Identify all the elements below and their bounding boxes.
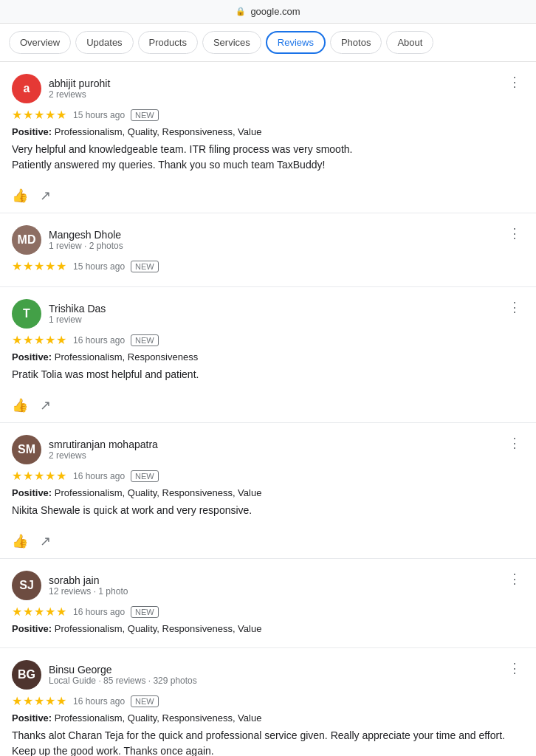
review-text: Thanks alot Charan Teja for the quick an… [12, 728, 524, 756]
more-options-button[interactable]: ⋮ [505, 660, 524, 676]
reviewer-info: sorabh jain 12 reviews · 1 photo [49, 574, 128, 597]
reviewer-meta: 12 reviews · 1 photo [49, 586, 128, 597]
reviewer-info-left: BG Binsu George Local Guide · 85 reviews… [12, 660, 197, 690]
star-rating: ★★★★★ [12, 259, 67, 273]
like-button[interactable]: 👍 [12, 188, 28, 204]
more-options-button[interactable]: ⋮ [505, 571, 524, 587]
more-options-button[interactable]: ⋮ [505, 299, 524, 315]
positive-label: Positive: [12, 623, 52, 634]
reviewer-meta: 2 reviews [49, 450, 158, 461]
review-text: Very helpful and knowledgeable team. ITR… [12, 142, 524, 173]
new-badge: NEW [131, 695, 159, 707]
reviewer-info: Trishika Das 1 review [49, 303, 106, 325]
review-header: SJ sorabh jain 12 reviews · 1 photo ⋮ [12, 571, 524, 600]
star-rating: ★★★★★ [12, 108, 67, 122]
review-rating-row: ★★★★★ 15 hours ago NEW [12, 108, 524, 122]
avatar: MD [12, 225, 41, 255]
reviewer-name: Binsu George [49, 664, 197, 676]
reviews-list: a abhijit purohit 2 reviews ⋮ ★★★★★ 15 h… [0, 62, 536, 756]
positive-values: Professionalism, Responsiveness [52, 351, 198, 362]
review-card: SM smrutiranjan mohapatra 2 reviews ⋮ ★★… [0, 423, 536, 559]
new-badge: NEW [131, 470, 159, 482]
review-rating-row: ★★★★★ 16 hours ago NEW [12, 469, 524, 483]
review-time: 15 hours ago [73, 261, 125, 272]
review-rating-row: ★★★★★ 16 hours ago NEW [12, 694, 524, 708]
tab-overview[interactable]: Overview [9, 31, 71, 54]
lock-icon: 🔒 [236, 7, 246, 16]
positive-values: Professionalism, Quality, Responsiveness… [52, 623, 261, 634]
review-time: 15 hours ago [73, 110, 125, 120]
reviewer-meta: 2 reviews [49, 89, 110, 100]
share-button[interactable]: ↗ [40, 188, 51, 204]
review-card: a abhijit purohit 2 reviews ⋮ ★★★★★ 15 h… [0, 62, 536, 213]
positive-values: Professionalism, Quality, Responsiveness… [52, 126, 261, 137]
tab-services[interactable]: Services [202, 31, 261, 54]
browser-bar: 🔒 google.com [0, 0, 536, 24]
positive-attributes: Positive: Professionalism, Quality, Resp… [12, 712, 524, 724]
like-button[interactable]: 👍 [12, 533, 28, 549]
share-icon: ↗ [40, 397, 51, 413]
reviewer-meta: 1 review [49, 315, 106, 325]
more-options-button[interactable]: ⋮ [505, 225, 524, 241]
new-badge: NEW [131, 334, 159, 346]
tab-updates[interactable]: Updates [75, 31, 133, 54]
star-rating: ★★★★★ [12, 694, 67, 708]
share-icon: ↗ [40, 533, 51, 549]
star-rating: ★★★★★ [12, 469, 67, 483]
review-text: Nikita Shewale is quick at work and very… [12, 503, 524, 518]
avatar: BG [12, 660, 41, 690]
reviewer-meta: 1 review · 2 photos [49, 241, 123, 251]
review-time: 16 hours ago [73, 471, 125, 481]
tab-about[interactable]: About [386, 31, 433, 54]
review-header: BG Binsu George Local Guide · 85 reviews… [12, 660, 524, 690]
review-time: 16 hours ago [73, 696, 125, 707]
reviewer-info: abhijit purohit 2 reviews [49, 78, 110, 100]
positive-label: Positive: [12, 126, 52, 137]
avatar: T [12, 299, 41, 329]
tab-photos[interactable]: Photos [330, 31, 382, 54]
more-options-button[interactable]: ⋮ [505, 435, 524, 451]
tab-products[interactable]: Products [138, 31, 198, 54]
tab-reviews[interactable]: Reviews [266, 31, 326, 54]
review-actions: 👍 ↗ [12, 526, 524, 558]
reviewer-info-left: SJ sorabh jain 12 reviews · 1 photo [12, 571, 128, 600]
reviewer-info: Binsu George Local Guide · 85 reviews · … [49, 664, 197, 686]
review-actions: 👍 ↗ [12, 390, 524, 422]
reviewer-name: sorabh jain [49, 574, 128, 586]
review-rating-row: ★★★★★ 15 hours ago NEW [12, 259, 524, 273]
review-card: SJ sorabh jain 12 reviews · 1 photo ⋮ ★★… [0, 559, 536, 648]
star-rating: ★★★★★ [12, 333, 67, 347]
positive-label: Positive: [12, 487, 52, 498]
review-rating-row: ★★★★★ 16 hours ago NEW [12, 605, 524, 619]
more-options-button[interactable]: ⋮ [505, 74, 524, 90]
review-text: Pratik Tolia was most helpful and patien… [12, 367, 524, 382]
positive-values: Professionalism, Quality, Responsiveness… [52, 487, 261, 498]
reviewer-info: Mangesh Dhole 1 review · 2 photos [49, 229, 123, 251]
new-badge: NEW [131, 261, 159, 272]
browser-url: google.com [250, 6, 300, 17]
review-header: T Trishika Das 1 review ⋮ [12, 299, 524, 329]
review-header: MD Mangesh Dhole 1 review · 2 photos ⋮ [12, 225, 524, 255]
review-time: 16 hours ago [73, 335, 125, 346]
avatar: SJ [12, 571, 41, 600]
share-button[interactable]: ↗ [40, 533, 51, 549]
like-button[interactable]: 👍 [12, 397, 28, 413]
review-card: BG Binsu George Local Guide · 85 reviews… [0, 648, 536, 756]
positive-attributes: Positive: Professionalism, Quality, Resp… [12, 623, 524, 634]
positive-label: Positive: [12, 712, 52, 724]
reviewer-name: smrutiranjan mohapatra [49, 439, 158, 450]
share-button[interactable]: ↗ [40, 397, 51, 413]
review-header: a abhijit purohit 2 reviews ⋮ [12, 74, 524, 103]
positive-attributes: Positive: Professionalism, Quality, Resp… [12, 126, 524, 137]
reviewer-info-left: MD Mangesh Dhole 1 review · 2 photos [12, 225, 123, 255]
review-rating-row: ★★★★★ 16 hours ago NEW [12, 333, 524, 347]
positive-label: Positive: [12, 351, 52, 362]
reviewer-info: smrutiranjan mohapatra 2 reviews [49, 439, 158, 461]
review-card: T Trishika Das 1 review ⋮ ★★★★★ 16 hours… [0, 287, 536, 423]
thumbs-up-icon: 👍 [12, 188, 28, 204]
review-time: 16 hours ago [73, 607, 125, 617]
reviewer-meta: Local Guide · 85 reviews · 329 photos [49, 676, 197, 686]
reviewer-name: Trishika Das [49, 303, 106, 315]
reviewer-name: abhijit purohit [49, 78, 110, 89]
review-card: MD Mangesh Dhole 1 review · 2 photos ⋮ ★… [0, 213, 536, 287]
